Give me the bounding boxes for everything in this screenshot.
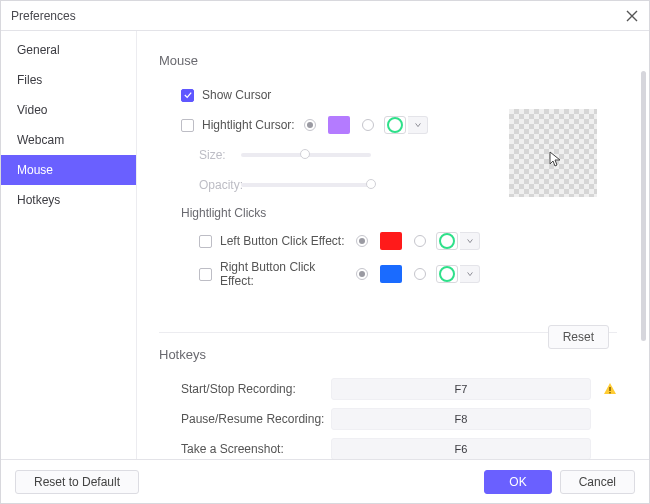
opacity-label: Opacity: xyxy=(199,178,241,192)
sidebar-item-video[interactable]: Video xyxy=(1,95,136,125)
hotkey-field-startstop[interactable]: F7 xyxy=(331,378,591,400)
highlight-color-solid-radio[interactable] xyxy=(304,119,316,131)
right-click-ring-swatch[interactable] xyxy=(436,265,458,283)
titlebar: Preferences xyxy=(1,1,649,31)
left-click-checkbox[interactable] xyxy=(199,235,212,248)
left-click-label: Left Button Click Effect: xyxy=(220,234,350,248)
sidebar-item-mouse[interactable]: Mouse xyxy=(1,155,136,185)
right-click-solid-radio[interactable] xyxy=(356,268,368,280)
opacity-slider-thumb[interactable] xyxy=(366,179,376,189)
right-click-ring-radio[interactable] xyxy=(414,268,426,280)
reset-button[interactable]: Reset xyxy=(548,325,609,349)
svg-rect-0 xyxy=(609,387,610,391)
ok-button[interactable]: OK xyxy=(484,470,551,494)
sidebar-item-files[interactable]: Files xyxy=(1,65,136,95)
left-click-swatch[interactable] xyxy=(380,232,402,250)
hotkey-label-screenshot: Take a Screenshot: xyxy=(181,442,331,456)
highlight-cursor-label: Hightlight Cursor: xyxy=(202,118,298,132)
sidebar-item-hotkeys[interactable]: Hotkeys xyxy=(1,185,136,215)
right-click-ring-dropdown[interactable] xyxy=(460,265,480,283)
scrollbar-thumb[interactable] xyxy=(641,71,646,341)
cursor-preview xyxy=(509,109,597,197)
section-heading-mouse: Mouse xyxy=(159,53,617,68)
sidebar-item-general[interactable]: General xyxy=(1,35,136,65)
left-click-ring-swatch[interactable] xyxy=(436,232,458,250)
sidebar-item-webcam[interactable]: Webcam xyxy=(1,125,136,155)
left-click-solid-radio[interactable] xyxy=(356,235,368,247)
highlight-color-swatch[interactable] xyxy=(328,116,350,134)
left-click-ring-radio[interactable] xyxy=(414,235,426,247)
hotkey-field-pause[interactable]: F8 xyxy=(331,408,591,430)
highlight-cursor-checkbox[interactable] xyxy=(181,119,194,132)
highlight-color-ring-radio[interactable] xyxy=(362,119,374,131)
opacity-slider[interactable] xyxy=(241,183,371,187)
cursor-icon xyxy=(549,151,565,167)
right-click-label: Right Button Click Effect: xyxy=(220,260,350,288)
right-click-swatch[interactable] xyxy=(380,265,402,283)
hotkey-field-screenshot[interactable]: F6 xyxy=(331,438,591,459)
cancel-button[interactable]: Cancel xyxy=(560,470,635,494)
warning-icon xyxy=(603,382,617,396)
svg-rect-1 xyxy=(609,392,610,393)
preferences-window: Preferences General Files Video Webcam M… xyxy=(0,0,650,504)
right-click-checkbox[interactable] xyxy=(199,268,212,281)
content-pane: Mouse Show Cursor Hightlight Cursor: xyxy=(137,31,649,459)
close-icon[interactable] xyxy=(625,9,639,23)
show-cursor-label: Show Cursor xyxy=(202,88,271,102)
size-label: Size: xyxy=(199,148,241,162)
footer: Reset to Default OK Cancel xyxy=(1,459,649,503)
hotkey-label-pause: Pause/Resume Recording: xyxy=(181,412,331,426)
highlight-ring-dropdown[interactable] xyxy=(408,116,428,134)
size-slider[interactable] xyxy=(241,153,371,157)
highlight-ring-swatch[interactable] xyxy=(384,116,406,134)
sidebar: General Files Video Webcam Mouse Hotkeys xyxy=(1,31,137,459)
hotkey-label-startstop: Start/Stop Recording: xyxy=(181,382,331,396)
reset-to-default-button[interactable]: Reset to Default xyxy=(15,470,139,494)
size-slider-thumb[interactable] xyxy=(300,149,310,159)
left-click-ring-dropdown[interactable] xyxy=(460,232,480,250)
section-heading-hotkeys: Hotkeys xyxy=(159,347,617,362)
window-title: Preferences xyxy=(11,9,625,23)
show-cursor-checkbox[interactable] xyxy=(181,89,194,102)
highlight-clicks-heading: Hightlight Clicks xyxy=(159,206,617,220)
